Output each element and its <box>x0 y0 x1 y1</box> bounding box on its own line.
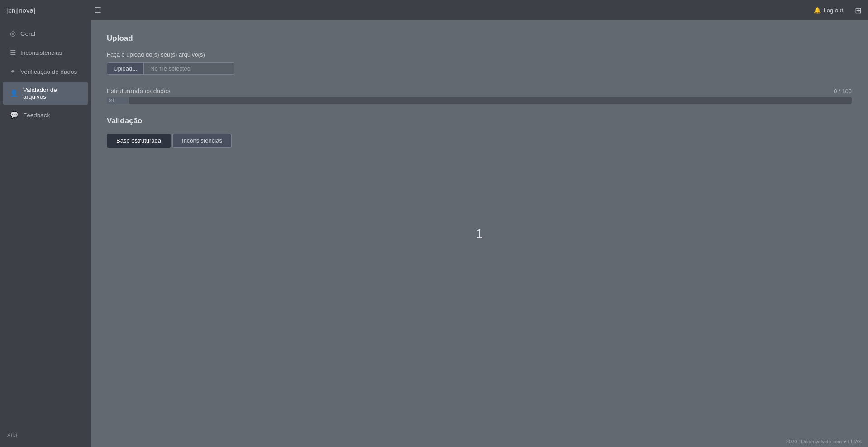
feedback-icon: 💬 <box>10 111 19 119</box>
hamburger-menu[interactable]: ☰ <box>94 5 101 15</box>
progress-count: 0 / 100 <box>834 88 852 95</box>
progress-header: Estruturando os dados 0 / 100 <box>107 87 852 95</box>
sidebar-item-geral[interactable]: ◎ Geral <box>3 25 88 42</box>
progress-section: Estruturando os dados 0 / 100 0% <box>107 87 852 104</box>
main-content: Upload Faça o upload do(s) seu(s) arquiv… <box>91 20 868 447</box>
progress-pct: 0% <box>109 98 114 103</box>
tab-base-estruturada[interactable]: Base estruturada <box>107 134 171 148</box>
layout: ◎ Geral ☰ Inconsistencias ✦ Verificação … <box>0 20 868 447</box>
page-number: 1 <box>476 226 483 241</box>
sidebar-item-feedback[interactable]: 💬 Feedback <box>3 106 88 124</box>
logout-button[interactable]: 🔔 Log out <box>810 5 847 15</box>
topbar: [cnj|nova] 🔔 Log out ⊞ <box>0 0 868 20</box>
progress-bar-container: 0% <box>107 97 852 104</box>
upload-label: Faça o upload do(s) seu(s) arquivo(s) <box>107 51 852 58</box>
topbar-right: 🔔 Log out ⊞ <box>810 5 862 15</box>
file-name-display: No file selected <box>144 62 234 75</box>
sidebar-item-label: Validador de arquivos <box>23 87 81 100</box>
inconsistencias-icon: ☰ <box>10 48 16 57</box>
sidebar-bottom: ABJ <box>0 431 91 439</box>
upload-title: Upload <box>107 34 852 43</box>
sidebar: ◎ Geral ☰ Inconsistencias ✦ Verificação … <box>0 20 91 447</box>
sidebar-item-label: Verificação de dados <box>20 68 77 75</box>
geral-icon: ◎ <box>10 29 16 38</box>
sidebar-item-label: Feedback <box>23 112 50 119</box>
validacao-title: Validação <box>107 116 852 125</box>
validador-icon: 👤 <box>10 89 19 97</box>
footer: 2020 | Desenvolvido com ♥ ELIAS <box>780 436 868 447</box>
sidebar-item-validador[interactable]: 👤 Validador de arquivos <box>3 82 88 105</box>
tab-row: Base estruturada Inconsistências <box>107 134 852 148</box>
sidebar-item-inconsistencias[interactable]: ☰ Inconsistencias <box>3 44 88 61</box>
validacao-section: Validação Base estruturada Inconsistênci… <box>107 116 852 148</box>
sidebar-item-label: Geral <box>20 30 35 37</box>
progress-bar-fill: 0% <box>107 97 129 104</box>
logout-icon: 🔔 <box>814 7 821 14</box>
progress-title: Estruturando os dados <box>107 87 171 95</box>
footer-text: 2020 | Desenvolvido com ♥ ELIAS <box>786 439 862 444</box>
file-upload-row: Upload... No file selected <box>107 62 852 75</box>
verificacao-icon: ✦ <box>10 67 16 76</box>
abj-label: ABJ <box>7 432 17 438</box>
grid-icon[interactable]: ⊞ <box>855 5 862 15</box>
tab-inconsistencias[interactable]: Inconsistências <box>172 134 232 148</box>
upload-section: Upload Faça o upload do(s) seu(s) arquiv… <box>107 34 852 75</box>
sidebar-item-verificacao[interactable]: ✦ Verificação de dados <box>3 63 88 80</box>
sidebar-item-label: Inconsistencias <box>20 49 62 56</box>
app-logo: [cnj|nova] <box>6 6 35 14</box>
upload-button[interactable]: Upload... <box>107 62 144 75</box>
